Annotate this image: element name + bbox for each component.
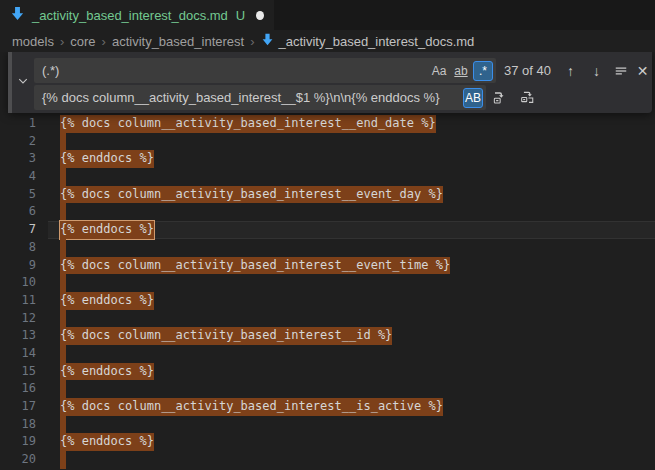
code-line[interactable]: 6 [0, 203, 655, 221]
line-number: 6 [0, 203, 36, 221]
toggle-replace-button[interactable] [14, 73, 32, 91]
preserve-case-button[interactable]: AB [463, 88, 483, 108]
find-match-highlight: {% enddocs %} [60, 433, 154, 451]
empty-line-match-strip [60, 274, 66, 292]
markdown-file-icon [10, 6, 25, 24]
find-widget-resize-sash[interactable] [8, 52, 12, 113]
code-line[interactable]: 11{% enddocs %} [0, 292, 655, 310]
close-button[interactable]: ✕ [632, 60, 653, 81]
line-number: 17 [0, 398, 36, 416]
line-number: 7 [0, 221, 36, 239]
replace-all-button[interactable] [517, 87, 538, 108]
line-number: 20 [0, 451, 36, 469]
whole-word-button[interactable]: ab [451, 61, 471, 81]
chevron-right-icon: › [102, 34, 106, 49]
breadcrumb-item-core[interactable]: core [70, 34, 95, 49]
empty-line-match-strip [60, 345, 66, 363]
line-number: 19 [0, 433, 36, 451]
code-line[interactable]: 17{% docs column__activity_based_interes… [0, 398, 655, 416]
regex-button[interactable]: .* [473, 61, 493, 81]
line-number: 3 [0, 150, 36, 168]
line-number: 9 [0, 257, 36, 275]
empty-line-match-strip [60, 451, 66, 469]
code-line[interactable]: 1{% docs column__activity_based_interest… [0, 115, 655, 133]
empty-line-match-strip [60, 239, 66, 257]
tab-bar: _activity_based_interest_docs.md U [0, 0, 655, 30]
find-match-highlight: {% enddocs %} [60, 292, 154, 310]
selection-icon [614, 64, 628, 78]
code-line[interactable]: 9{% docs column__activity_based_interest… [0, 257, 655, 275]
code-line[interactable]: 3{% enddocs %} [0, 150, 655, 168]
breadcrumb-item-models[interactable]: models [12, 34, 54, 49]
previous-match-button[interactable]: ↑ [560, 60, 581, 81]
code-line[interactable]: 14 [0, 345, 655, 363]
find-match-highlight: {% enddocs %} [60, 221, 154, 239]
code-line[interactable]: 15{% enddocs %} [0, 363, 655, 381]
line-number: 11 [0, 292, 36, 310]
whole-word-label: ab [454, 64, 467, 78]
code-line[interactable]: 20 [0, 451, 655, 469]
code-line[interactable]: 16 [0, 380, 655, 398]
next-match-button[interactable]: ↓ [586, 60, 607, 81]
line-number: 16 [0, 380, 36, 398]
arrow-up-icon: ↑ [567, 63, 574, 79]
find-match-highlight: {% enddocs %} [60, 150, 154, 168]
empty-line-match-strip [60, 133, 66, 151]
line-number: 12 [0, 310, 36, 328]
line-number: 15 [0, 363, 36, 381]
breadcrumb-file-name: _activity_based_interest_docs.md [279, 34, 475, 49]
find-input-value: (.*) [42, 63, 59, 78]
find-match-highlight: {% docs column__activity_based_interest_… [60, 257, 450, 275]
editor[interactable]: (.*) Aa ab .* 37 of 40 ↑ ↓ ✕ [0, 52, 655, 470]
find-match-highlight: {% enddocs %} [60, 363, 154, 381]
replace-input[interactable]: {% docs column__activity_based_interest_… [34, 85, 486, 110]
code-line[interactable]: 12 [0, 310, 655, 328]
chevron-right-icon: › [60, 34, 64, 49]
code-line[interactable]: 10 [0, 274, 655, 292]
git-status-badge: U [236, 8, 245, 23]
vscode-window: _activity_based_interest_docs.md U model… [0, 0, 655, 470]
empty-line-match-strip [60, 203, 66, 221]
replace-button[interactable] [489, 87, 510, 108]
find-input[interactable]: (.*) Aa ab .* [34, 58, 496, 83]
editor-tab[interactable]: _activity_based_interest_docs.md U [0, 0, 274, 30]
code-line[interactable]: 8 [0, 239, 655, 257]
replace-all-icon [520, 90, 535, 105]
line-number: 8 [0, 239, 36, 257]
code-line[interactable]: 19{% enddocs %} [0, 433, 655, 451]
breadcrumb-item-activity-based-interest[interactable]: activity_based_interest [112, 34, 244, 49]
code-line[interactable]: 7{% enddocs %} [0, 221, 655, 239]
find-in-selection-button[interactable] [610, 60, 631, 81]
empty-line-match-strip [60, 380, 66, 398]
line-number: 5 [0, 186, 36, 204]
replace-icon [492, 90, 507, 105]
arrow-down-icon: ↓ [593, 63, 600, 79]
breadcrumb-file[interactable]: _activity_based_interest_docs.md [261, 33, 475, 49]
close-icon: ✕ [637, 63, 649, 79]
chevron-down-icon [17, 73, 29, 91]
code-lines: 1{% docs column__activity_based_interest… [0, 115, 655, 469]
code-line[interactable]: 18 [0, 416, 655, 434]
modified-dot-icon[interactable] [256, 11, 264, 20]
line-number: 1 [0, 115, 36, 133]
empty-line-match-strip [60, 310, 66, 328]
empty-line-match-strip [60, 168, 66, 186]
find-match-highlight: {% docs column__activity_based_interest_… [60, 186, 443, 204]
find-match-highlight: {% docs column__activity_based_interest_… [60, 327, 392, 345]
replace-input-value: {% docs column__activity_based_interest_… [42, 90, 439, 105]
empty-line-match-strip [60, 416, 66, 434]
code-line[interactable]: 5{% docs column__activity_based_interest… [0, 186, 655, 204]
line-number: 13 [0, 327, 36, 345]
chevron-right-icon: › [250, 34, 254, 49]
results-count: 37 of 40 [504, 58, 551, 83]
breadcrumb: models › core › activity_based_interest … [0, 30, 655, 52]
tab-title: _activity_based_interest_docs.md [32, 8, 228, 23]
code-line[interactable]: 13{% docs column__activity_based_interes… [0, 327, 655, 345]
match-case-button[interactable]: Aa [429, 61, 449, 81]
line-number: 10 [0, 274, 36, 292]
line-number: 14 [0, 345, 36, 363]
code-line[interactable]: 4 [0, 168, 655, 186]
code-line[interactable]: 2 [0, 133, 655, 151]
line-number: 4 [0, 168, 36, 186]
find-match-highlight: {% docs column__activity_based_interest_… [60, 398, 443, 416]
